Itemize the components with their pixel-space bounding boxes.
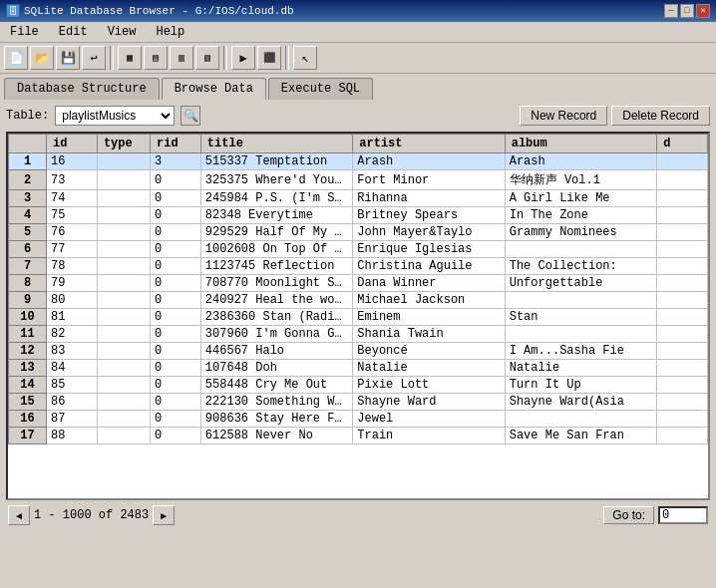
table-cell[interactable]: 222130 Something Worth <box>200 394 352 411</box>
table-cell[interactable] <box>97 275 150 292</box>
table-cell[interactable] <box>97 190 150 207</box>
table-cell[interactable]: 240927 Heal the world <box>200 292 352 309</box>
table-cell[interactable]: 86 <box>47 394 98 411</box>
table-cell[interactable]: Arash <box>505 153 656 170</box>
table-cell[interactable]: 88 <box>47 428 98 444</box>
table-cell[interactable]: 82 <box>47 326 98 343</box>
table-cell[interactable]: 84 <box>47 360 98 377</box>
table-cell[interactable]: 325375 Where'd You Go <box>200 170 352 190</box>
table-cell[interactable]: Jewel <box>353 411 505 428</box>
menu-view[interactable]: View <box>102 24 143 40</box>
goto-button[interactable]: Go to: <box>603 506 654 524</box>
table-cell[interactable] <box>505 411 656 428</box>
table-cell[interactable]: Save Me San Fran <box>505 428 656 444</box>
table-cell[interactable]: 929529 Half Of My Heart <box>200 224 352 241</box>
table-cell[interactable] <box>97 309 150 326</box>
table-cell[interactable]: Fort Minor <box>353 170 505 190</box>
table-row[interactable]: 3740245984 P.S. (I'm StillRihannaA Girl … <box>9 190 708 207</box>
table-cell[interactable] <box>657 275 708 292</box>
new-file-button[interactable]: 📄 <box>4 46 28 70</box>
table-cell[interactable]: 1123745 Reflection <box>200 258 352 275</box>
table-row[interactable]: 16870908636 Stay Here ForeveJewel <box>9 411 708 428</box>
table-cell[interactable] <box>657 377 708 394</box>
table-edit-button[interactable]: ▤ <box>144 46 168 70</box>
table-row[interactable]: 13840107648 DohNatalieNatalie <box>9 360 708 377</box>
table-cell[interactable]: Beyoncé <box>353 343 505 360</box>
goto-input[interactable] <box>658 506 708 524</box>
table-row[interactable]: 15860222130 Something WorthShayne WardSh… <box>9 394 708 411</box>
table-cell[interactable]: Unforgettable <box>505 275 656 292</box>
table-row[interactable]: 77801123745 ReflectionChristina AguileTh… <box>9 258 708 275</box>
table-cell[interactable] <box>97 360 150 377</box>
table-cell[interactable]: Stan <box>505 309 656 326</box>
table-cell[interactable]: 80 <box>47 292 98 309</box>
table-cell[interactable]: Natalie <box>505 360 656 377</box>
table-cell[interactable]: Grammy Nominees <box>505 224 656 241</box>
table-cell[interactable]: Shayne Ward <box>353 394 505 411</box>
table-cell[interactable]: 0 <box>151 343 201 360</box>
table-row[interactable]: 14850558448 Cry Me OutPixie LottTurn It … <box>9 377 708 394</box>
new-record-button[interactable]: New Record <box>520 106 607 126</box>
table-cell[interactable] <box>97 241 150 258</box>
table-cell[interactable]: 1002608 On Top Of You <box>200 241 352 258</box>
table-cell[interactable] <box>657 258 708 275</box>
table-cell[interactable]: 558448 Cry Me Out <box>200 377 352 394</box>
table-cell[interactable]: Shayne Ward(Asia <box>505 394 656 411</box>
table-cell[interactable] <box>657 428 708 444</box>
table-cell[interactable]: 107648 Doh <box>200 360 352 377</box>
table-cell[interactable]: 16 <box>47 153 98 170</box>
table-view-button[interactable]: ▦ <box>118 46 142 70</box>
table-cell[interactable] <box>657 394 708 411</box>
table-cell[interactable]: Michael Jackson <box>353 292 505 309</box>
table-cell[interactable]: Christina Aguile <box>353 258 505 275</box>
table-row[interactable]: 5760929529 Half Of My HeartJohn Mayer&Ta… <box>9 224 708 241</box>
col-header-artist[interactable]: artist <box>353 135 505 153</box>
table-cell[interactable]: 79 <box>47 275 98 292</box>
table-cell[interactable]: 0 <box>151 428 201 444</box>
table-cell[interactable]: In The Zone <box>505 207 656 224</box>
sql-run-button[interactable]: ⬛ <box>257 46 281 70</box>
table-cell[interactable] <box>97 153 150 170</box>
menu-help[interactable]: Help <box>150 24 190 40</box>
close-button[interactable]: ✕ <box>696 4 710 18</box>
table-cell[interactable] <box>505 241 656 258</box>
table-row[interactable]: 9800240927 Heal the worldMichael Jackson <box>9 292 708 309</box>
table-cell[interactable]: 82348 Everytime <box>200 207 352 224</box>
col-header-title[interactable]: title <box>200 135 352 153</box>
table-cell[interactable]: 0 <box>151 170 201 190</box>
table-cell[interactable]: Enrique Iglesias <box>353 241 505 258</box>
table-cell[interactable]: Britney Spears <box>353 207 505 224</box>
open-file-button[interactable]: 📂 <box>30 46 54 70</box>
table-cell[interactable]: 75 <box>47 207 98 224</box>
table-cell[interactable]: 908636 Stay Here Foreve <box>200 411 352 428</box>
cursor-button[interactable]: ↖ <box>293 46 317 70</box>
col-header-id[interactable]: id <box>47 135 98 153</box>
table-cell[interactable]: 85 <box>47 377 98 394</box>
save-button[interactable]: 💾 <box>56 46 80 70</box>
table-cell[interactable] <box>657 153 708 170</box>
table-cell[interactable]: 华纳新声 Vol.1 <box>505 170 656 190</box>
execute-button[interactable]: ▶ <box>231 46 255 70</box>
col-header-rid[interactable]: rid <box>151 135 201 153</box>
table-cell[interactable] <box>657 343 708 360</box>
table-cell[interactable] <box>97 224 150 241</box>
table-select[interactable]: playlistMusics albums artists playlists … <box>55 106 175 126</box>
table-row[interactable]: 67701002608 On Top Of YouEnrique Iglesia… <box>9 241 708 258</box>
table-cell[interactable]: Arash <box>353 153 505 170</box>
table-cell[interactable] <box>97 411 150 428</box>
undo-button[interactable]: ↩ <box>82 46 106 70</box>
table-cell[interactable] <box>97 394 150 411</box>
table-row[interactable]: 108102386360 Stan (Radio EditEminemStan <box>9 309 708 326</box>
table-cell[interactable] <box>657 207 708 224</box>
table-cell[interactable]: 0 <box>151 224 201 241</box>
table-del-button[interactable]: ▧ <box>195 46 219 70</box>
table-cell[interactable]: 0 <box>151 360 201 377</box>
tab-database-structure[interactable]: Database Structure <box>4 78 160 100</box>
table-cell[interactable]: 83 <box>47 343 98 360</box>
table-row[interactable]: 12830446567 HaloBeyoncéI Am...Sasha Fie <box>9 343 708 360</box>
table-cell[interactable]: 307960 I'm Gonna Getcha <box>200 326 352 343</box>
menu-edit[interactable]: Edit <box>53 24 94 40</box>
table-cell[interactable]: Shania Twain <box>353 326 505 343</box>
table-cell[interactable] <box>657 360 708 377</box>
table-cell[interactable]: Turn It Up <box>505 377 656 394</box>
